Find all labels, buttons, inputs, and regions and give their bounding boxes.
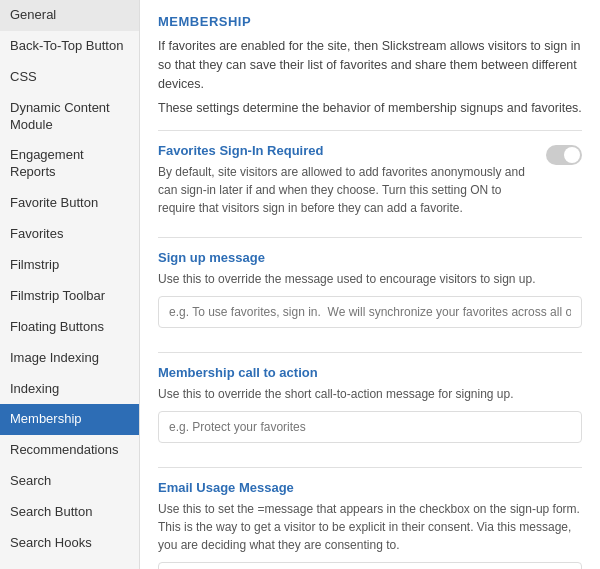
section-heading-email-usage-message: Email Usage Message xyxy=(158,480,582,495)
sidebar-item-css[interactable]: CSS xyxy=(0,62,139,93)
sidebar-item-general[interactable]: General xyxy=(0,0,139,31)
sidebar-item-indexing[interactable]: Indexing xyxy=(0,374,139,405)
section-email-usage-message: Email Usage MessageUse this to set the =… xyxy=(158,480,582,569)
section-signup-message: Sign up messageUse this to override the … xyxy=(158,250,582,340)
sidebar-item-image-indexing[interactable]: Image Indexing xyxy=(0,343,139,374)
intro-text-1: If favorites are enabled for the site, t… xyxy=(158,37,582,93)
section-heading-membership-cta: Membership call to action xyxy=(158,365,582,380)
sidebar-item-stories[interactable]: Stories xyxy=(0,559,139,569)
text-block-favorites-signin: Favorites Sign-In RequiredBy default, si… xyxy=(158,143,546,225)
section-membership-cta: Membership call to actionUse this to ove… xyxy=(158,365,582,455)
sidebar-item-membership[interactable]: Membership xyxy=(0,404,139,435)
sidebar-item-search-button[interactable]: Search Button xyxy=(0,497,139,528)
section-row-favorites-signin: Favorites Sign-In RequiredBy default, si… xyxy=(158,143,582,225)
section-desc-favorites-signin: By default, site visitors are allowed to… xyxy=(158,163,534,217)
main-content: MEMBERSHIP If favorites are enabled for … xyxy=(140,0,600,569)
divider-signup-message xyxy=(158,237,582,238)
sidebar-item-search[interactable]: Search xyxy=(0,466,139,497)
input-email-usage-message[interactable] xyxy=(158,562,582,569)
divider-membership-cta xyxy=(158,352,582,353)
divider-favorites-signin xyxy=(158,130,582,131)
section-heading-favorites-signin: Favorites Sign-In Required xyxy=(158,143,534,158)
sidebar-item-floating-buttons[interactable]: Floating Buttons xyxy=(0,312,139,343)
intro-text-2: These settings determine the behavior of… xyxy=(158,99,582,118)
toggle-wrap-favorites-signin xyxy=(546,143,582,165)
sidebar-item-favorites[interactable]: Favorites xyxy=(0,219,139,250)
sidebar: GeneralBack-To-Top ButtonCSSDynamic Cont… xyxy=(0,0,140,569)
sidebar-item-favorite-button[interactable]: Favorite Button xyxy=(0,188,139,219)
sidebar-item-filmstrip[interactable]: Filmstrip xyxy=(0,250,139,281)
input-signup-message[interactable] xyxy=(158,296,582,328)
sidebar-item-search-hooks[interactable]: Search Hooks xyxy=(0,528,139,559)
section-desc-email-usage-message: Use this to set the =message that appear… xyxy=(158,500,582,554)
section-desc-signup-message: Use this to override the message used to… xyxy=(158,270,582,288)
sidebar-item-engagement-reports[interactable]: Engagement Reports xyxy=(0,140,139,188)
sidebar-item-dynamic-content-module[interactable]: Dynamic Content Module xyxy=(0,93,139,141)
sidebar-item-filmstrip-toolbar[interactable]: Filmstrip Toolbar xyxy=(0,281,139,312)
toggle-favorites-signin[interactable] xyxy=(546,145,582,165)
input-membership-cta[interactable] xyxy=(158,411,582,443)
section-favorites-signin: Favorites Sign-In RequiredBy default, si… xyxy=(158,143,582,225)
sidebar-item-back-to-top-button[interactable]: Back-To-Top Button xyxy=(0,31,139,62)
section-desc-membership-cta: Use this to override the short call-to-a… xyxy=(158,385,582,403)
page-title: MEMBERSHIP xyxy=(158,14,582,29)
divider-email-usage-message xyxy=(158,467,582,468)
sidebar-item-recommendations[interactable]: Recommendations xyxy=(0,435,139,466)
section-heading-signup-message: Sign up message xyxy=(158,250,582,265)
